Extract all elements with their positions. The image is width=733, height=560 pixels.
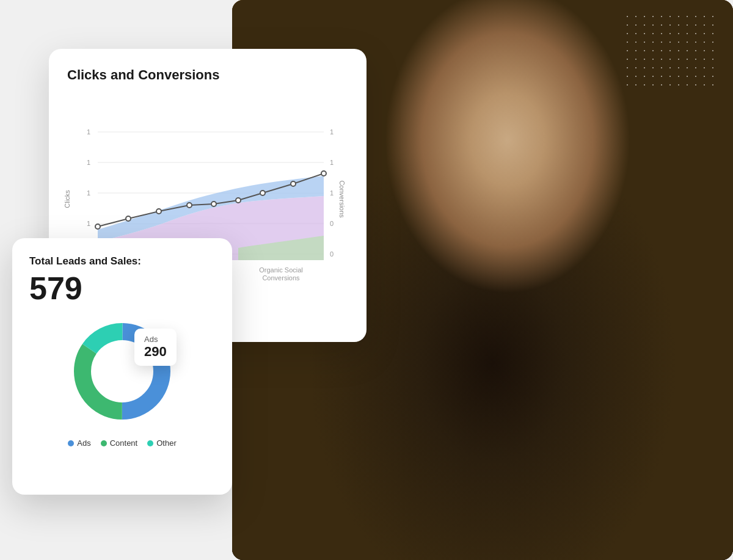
legend-other-label: Other <box>156 438 177 448</box>
legend-ads: Ads <box>68 438 90 448</box>
svg-text:1: 1 <box>330 189 334 197</box>
scene: Clicks and Conversions Clicks Conversion… <box>0 0 733 560</box>
legend-content: Content <box>101 438 138 448</box>
tooltip-label: Ads <box>144 335 167 344</box>
svg-text:1: 1 <box>87 220 90 227</box>
axis-right-label: Conversions <box>338 180 345 217</box>
dots-grid-decoration <box>623 12 721 85</box>
legend-other: Other <box>147 438 177 448</box>
svg-text:1: 1 <box>330 159 334 166</box>
line-dot <box>126 216 131 221</box>
axis-left-label: Clicks <box>64 190 71 208</box>
leads-title: Total Leads and Sales: <box>29 255 215 267</box>
svg-text:Organic Social: Organic Social <box>259 266 303 274</box>
donut-tooltip: Ads 290 <box>134 329 177 366</box>
legend-ads-dot <box>68 440 74 446</box>
donut-chart-container: Ads 290 <box>67 316 177 426</box>
legend-content-dot <box>101 440 107 446</box>
svg-text:Conversions: Conversions <box>262 274 300 282</box>
legend-content-label: Content <box>110 438 138 448</box>
leads-sales-card: Total Leads and Sales: 579 Ads 290 <box>12 238 232 495</box>
line-dot <box>95 224 100 229</box>
svg-text:1: 1 <box>87 159 90 166</box>
line-dot <box>321 171 326 176</box>
svg-text:0: 0 <box>330 250 334 258</box>
line-dot <box>156 209 161 214</box>
line-dot <box>291 181 296 186</box>
legend-ads-label: Ads <box>77 438 90 448</box>
chart-legend: Ads Content Other <box>29 438 215 448</box>
svg-text:1: 1 <box>87 128 90 136</box>
svg-text:0: 0 <box>330 220 334 227</box>
line-dot <box>236 198 241 203</box>
svg-text:1: 1 <box>87 189 90 197</box>
leads-total: 579 <box>29 272 215 304</box>
tooltip-value: 290 <box>144 344 167 360</box>
line-dot <box>211 202 216 206</box>
legend-other-dot <box>147 440 153 446</box>
card-main-title: Clicks and Conversions <box>67 67 348 83</box>
svg-text:1: 1 <box>330 128 334 136</box>
line-dot <box>187 203 192 208</box>
line-dot <box>260 191 265 195</box>
